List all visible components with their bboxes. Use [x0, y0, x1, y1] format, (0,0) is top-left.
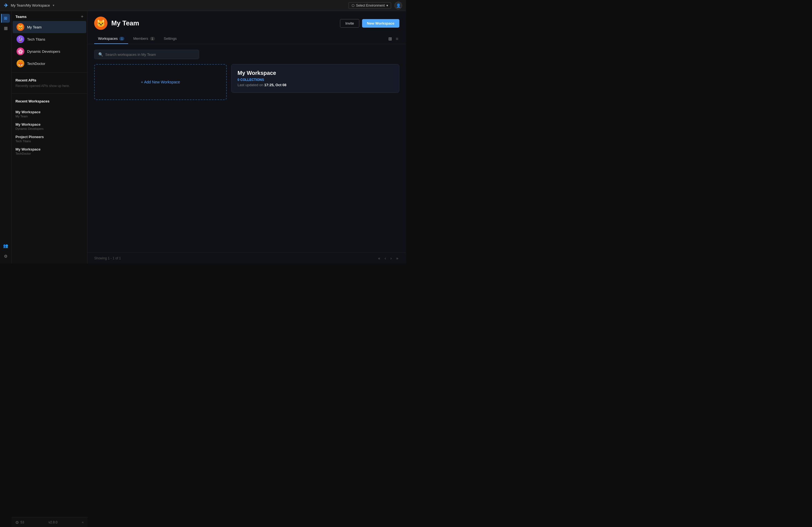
select-env-label: Select Environment: [356, 4, 385, 8]
recent-workspace-1-team: Dynamic Developers: [15, 127, 83, 130]
recent-workspace-3-team: TechDoctor: [15, 152, 83, 155]
sidebar-icon-grid[interactable]: ▦: [1, 24, 10, 33]
team-big-avatar: 🐱: [94, 17, 107, 30]
avatar-techtitans: 🔮: [17, 35, 24, 43]
content-footer: Showing 1 - 1 of 1 « ‹ › »: [88, 252, 406, 263]
page-title: My Team: [111, 19, 139, 27]
avatar-dynamicdevs: 🌸: [17, 47, 24, 55]
topnav-right: ⬡ Select Environment ▾ 👤: [349, 2, 402, 10]
team-item-myteam[interactable]: 🐱 My Team: [13, 21, 86, 33]
workspace-card-updated: Last updated on 17:25, Oct 08: [237, 83, 393, 87]
icon-sidebar: ⊞ ▦ 👥 ⚙: [0, 11, 12, 263]
updated-time: 17:25, Oct 08: [264, 83, 286, 87]
tab-members[interactable]: Members 1: [129, 34, 159, 44]
workspace-dropdown-chevron[interactable]: ▾: [53, 4, 54, 7]
icon-sidebar-bottom: 👥 ⚙: [1, 241, 10, 261]
workspace-grid: + Add New Workspace My Workspace 0 COLLE…: [94, 64, 400, 100]
prev-page-button[interactable]: ‹: [383, 255, 387, 261]
home-icon: ⊞: [4, 16, 8, 21]
team-item-techdoctor[interactable]: 🦊 TechDoctor: [13, 57, 86, 70]
tab-settings-label: Settings: [164, 36, 177, 41]
layers-icon: ⬡: [352, 4, 354, 8]
divider-1: [12, 72, 87, 73]
select-environment-button[interactable]: ⬡ Select Environment ▾: [349, 2, 391, 9]
content-header: 🐱 My Team Invite New Workspace: [88, 11, 406, 34]
tab-members-label: Members: [133, 36, 148, 41]
tab-workspaces-badge: 1: [119, 37, 124, 41]
invite-button[interactable]: Invite: [340, 19, 359, 28]
recent-workspace-2-name: Project Pioneers: [15, 135, 83, 139]
team-name-dynamicdevs: Dynamic Developers: [27, 49, 60, 54]
grid-view-button[interactable]: ⊞: [387, 35, 393, 43]
last-page-button[interactable]: »: [395, 255, 400, 261]
recent-workspace-0-name: My Workspace: [15, 110, 83, 114]
sidebar-icon-settings[interactable]: ⚙: [1, 252, 10, 261]
recent-workspace-2-team: Tech Titans: [15, 140, 83, 143]
env-dropdown-chevron: ▾: [387, 4, 388, 8]
team-icon: 👥: [3, 243, 8, 248]
view-toggle: ⊞ ≡: [387, 35, 400, 43]
recent-apis-title: Recent APIs: [15, 78, 83, 82]
collections-label: COLLECTIONS: [240, 78, 264, 82]
my-workspace-card[interactable]: My Workspace 0 COLLECTIONS Last updated …: [231, 64, 400, 93]
collections-count: 0: [237, 78, 240, 82]
team-item-dynamicdevs[interactable]: 🌸 Dynamic Developers: [13, 45, 86, 57]
search-bar: 🔍: [94, 50, 199, 59]
recent-workspace-3-name: My Workspace: [15, 147, 83, 151]
search-input[interactable]: [105, 53, 183, 57]
tab-members-badge: 1: [150, 37, 155, 41]
list-view-button[interactable]: ≡: [395, 35, 400, 43]
team-name-techtitans: Tech Titans: [27, 37, 45, 41]
recent-apis-subtitle: Recently opened APIs show up here.: [15, 84, 83, 88]
recent-workspace-0[interactable]: My Workspace My Team: [12, 108, 87, 120]
settings-icon: ⚙: [4, 254, 8, 259]
left-panel: Teams + 🐱 My Team 🔮 Tech Titans 🌸 Dynami…: [12, 11, 88, 263]
team-item-techtitans[interactable]: 🔮 Tech Titans: [13, 33, 86, 45]
sidebar-icon-home[interactable]: ⊞: [1, 14, 10, 23]
first-page-button[interactable]: «: [377, 255, 381, 261]
team-name-techdoctor: TechDoctor: [27, 62, 45, 66]
grid-icon: ▦: [4, 26, 8, 31]
topnav: ✈ My Team/My Workspace ▾ ⬡ Select Enviro…: [0, 0, 406, 11]
tab-settings[interactable]: Settings: [160, 34, 180, 44]
content-header-right: Invite New Workspace: [340, 19, 400, 28]
avatar-techdoctor: 🦊: [17, 60, 24, 68]
content-header-left: 🐱 My Team: [94, 17, 139, 30]
add-team-button[interactable]: +: [81, 14, 83, 19]
user-icon: 👤: [396, 3, 401, 8]
app-logo: ✈: [4, 2, 8, 9]
recent-workspace-0-team: My Team: [15, 115, 83, 118]
new-workspace-button[interactable]: New Workspace: [362, 19, 400, 28]
recent-workspaces-title: Recent Workspaces: [15, 99, 83, 103]
tab-workspaces[interactable]: Workspaces 1: [94, 34, 128, 44]
workspace-path[interactable]: My Team/My Workspace: [11, 3, 50, 8]
main-content: 🐱 My Team Invite New Workspace Workspace…: [88, 11, 406, 263]
tabs: Workspaces 1 Members 1 Settings: [94, 34, 180, 44]
search-icon: 🔍: [98, 52, 103, 57]
teams-title: Teams: [15, 15, 27, 19]
sidebar-icon-team[interactable]: 👥: [1, 241, 10, 250]
recent-workspace-3[interactable]: My Workspace TechDoctor: [12, 145, 87, 158]
tabs-bar: Workspaces 1 Members 1 Settings ⊞ ≡: [88, 34, 406, 44]
add-workspace-card[interactable]: + Add New Workspace: [94, 64, 227, 100]
recent-workspaces-section: Recent Workspaces: [12, 97, 87, 108]
pagination: « ‹ › »: [377, 255, 400, 261]
user-profile-button[interactable]: 👤: [394, 2, 402, 10]
workspace-area: 🔍 + Add New Workspace My Workspace 0 COL…: [88, 44, 406, 252]
recent-workspace-1[interactable]: My Workspace Dynamic Developers: [12, 120, 87, 133]
add-workspace-label: + Add New Workspace: [141, 80, 180, 84]
showing-label: Showing 1 - 1 of 1: [94, 256, 121, 260]
divider-2: [12, 93, 87, 94]
topnav-left: ✈ My Team/My Workspace ▾: [4, 2, 54, 9]
workspace-card-title: My Workspace: [237, 70, 393, 76]
main-layout: ⊞ ▦ 👥 ⚙ Teams + 🐱 My Team 🔮 Tech Titans: [0, 11, 406, 263]
team-name-myteam: My Team: [27, 25, 42, 29]
teams-section-header: Teams +: [12, 11, 87, 21]
avatar-myteam: 🐱: [17, 23, 24, 31]
tab-workspaces-label: Workspaces: [98, 36, 118, 41]
recent-workspace-1-name: My Workspace: [15, 122, 83, 127]
next-page-button[interactable]: ›: [389, 255, 393, 261]
workspace-card-collections: 0 COLLECTIONS: [237, 78, 393, 82]
recent-apis-section: Recent APIs Recently opened APIs show up…: [12, 75, 87, 91]
recent-workspace-2[interactable]: Project Pioneers Tech Titans: [12, 133, 87, 145]
